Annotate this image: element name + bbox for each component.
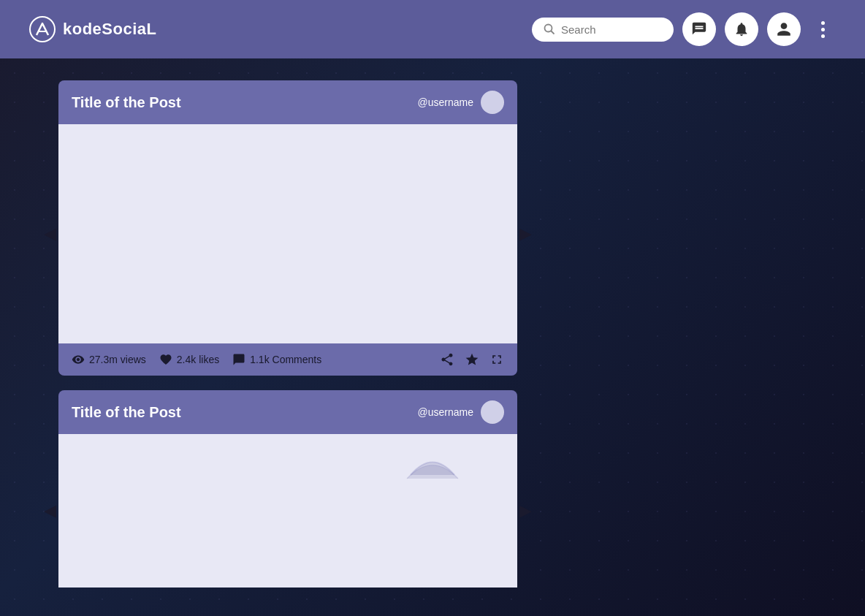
bell-icon xyxy=(733,21,750,37)
star-icon xyxy=(465,352,479,367)
post-1-title: Title of the Post xyxy=(72,94,181,111)
divider-shape xyxy=(403,446,462,485)
post-1-meta: @username xyxy=(418,91,504,114)
post-1-prev-button[interactable]: ◀ xyxy=(37,217,64,251)
post-2-avatar xyxy=(481,400,504,424)
main-content: Title of the Post @username ◀ ▶ 27.3m vi… xyxy=(0,58,865,609)
navbar: kodeSociaL xyxy=(0,0,865,58)
notifications-button[interactable] xyxy=(725,12,758,46)
post-1-comments: 1.1k Comments xyxy=(232,353,321,366)
heart-icon xyxy=(159,353,172,366)
views-icon xyxy=(72,353,85,366)
post-1-username: @username xyxy=(418,96,473,108)
comment-icon xyxy=(232,353,245,366)
post-1-comments-text: 1.1k Comments xyxy=(250,354,321,365)
post-2-prev-button[interactable]: ◀ xyxy=(37,494,64,528)
post-2-username: @username xyxy=(418,406,473,418)
search-bar[interactable] xyxy=(532,18,674,42)
post-1-likes: 2.4k likes xyxy=(159,353,219,366)
post-1-views: 27.3m views xyxy=(72,353,146,366)
logo-area: kodeSociaL xyxy=(29,16,156,42)
logo-icon xyxy=(29,16,56,42)
more-dot-1 xyxy=(821,21,825,25)
share-icon xyxy=(440,352,454,367)
more-options-button[interactable] xyxy=(809,16,836,42)
post-2-header: Title of the Post @username xyxy=(58,390,517,434)
post-1-favorite-button[interactable] xyxy=(465,352,479,367)
more-dot-2 xyxy=(821,28,825,31)
post-1-avatar xyxy=(481,91,504,114)
search-icon xyxy=(544,23,555,35)
post-2-meta: @username xyxy=(418,400,504,424)
post-1-media-container: ◀ ▶ xyxy=(58,124,517,343)
post-1-share-button[interactable] xyxy=(440,352,454,367)
nav-right xyxy=(532,12,836,46)
svg-point-0 xyxy=(30,17,55,42)
post-1-actions xyxy=(440,352,504,367)
expand-icon xyxy=(489,352,504,367)
messages-icon xyxy=(691,21,707,37)
post-1-header: Title of the Post @username xyxy=(58,80,517,124)
more-dot-3 xyxy=(821,34,825,38)
search-input[interactable] xyxy=(561,23,656,36)
post-2-title: Title of the Post xyxy=(72,404,181,421)
post-1-expand-button[interactable] xyxy=(489,352,504,367)
app-name: kodeSociaL xyxy=(63,20,156,39)
post-card-1: Title of the Post @username ◀ ▶ 27.3m vi… xyxy=(58,80,517,376)
post-2-next-button[interactable]: ▶ xyxy=(512,494,539,528)
messages-button[interactable] xyxy=(682,12,716,46)
user-icon xyxy=(776,21,792,37)
post-card-2: Title of the Post @username ◀ ▶ xyxy=(58,390,517,588)
svg-line-2 xyxy=(552,31,555,34)
post-1-stats: 27.3m views 2.4k likes 1.1k Comments xyxy=(58,343,517,376)
post-1-likes-text: 2.4k likes xyxy=(177,354,219,365)
profile-button[interactable] xyxy=(767,12,801,46)
post-1-views-text: 27.3m views xyxy=(89,354,146,365)
post-1-media xyxy=(58,124,517,343)
post-1-next-button[interactable]: ▶ xyxy=(512,217,539,251)
